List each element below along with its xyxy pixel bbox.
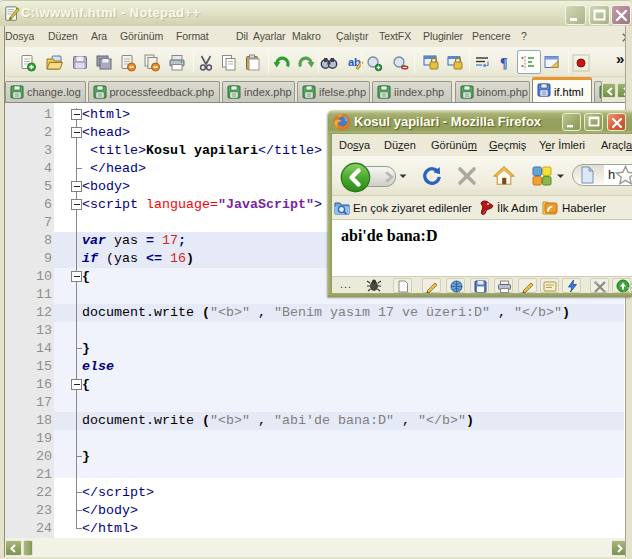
svg-text:¶: ¶ [500, 56, 508, 71]
